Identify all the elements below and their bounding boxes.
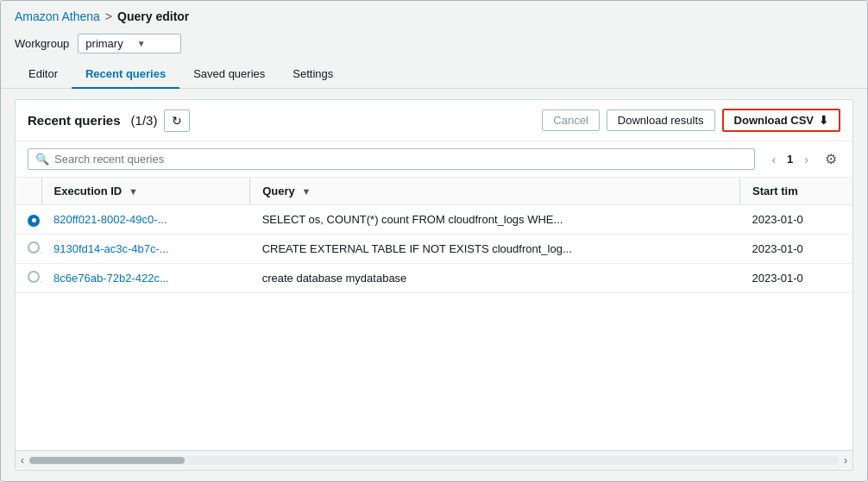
workgroup-value: primary bbox=[85, 37, 123, 50]
breadcrumb-separator: > bbox=[105, 9, 112, 23]
scroll-right-arrow[interactable]: › bbox=[839, 453, 852, 468]
search-box: 🔍 bbox=[28, 148, 755, 170]
row-2-query: create database mydatabase bbox=[250, 263, 740, 292]
table-row: 820ff021-8002-49c0-... SELECT os, COUNT(… bbox=[16, 205, 852, 235]
table-row: 8c6e76ab-72b2-422c... create database my… bbox=[16, 263, 852, 292]
row-1-radio[interactable] bbox=[16, 234, 41, 263]
row-1-query: CREATE EXTERNAL TABLE IF NOT EXISTS clou… bbox=[250, 234, 740, 263]
panel-header: Recent queries (1/3) ↻ Cancel Download r… bbox=[16, 100, 852, 141]
table-row: 9130fd14-ac3c-4b7c-... CREATE EXTERNAL T… bbox=[16, 234, 852, 263]
sort-query-icon: ▼ bbox=[301, 186, 311, 197]
row-1-execution-id[interactable]: 9130fd14-ac3c-4b7c-... bbox=[41, 234, 250, 263]
workgroup-select[interactable]: primary ▼ bbox=[78, 34, 181, 53]
pagination: ‹ 1 › bbox=[767, 151, 813, 168]
download-results-button[interactable]: Download results bbox=[607, 110, 715, 131]
download-csv-label: Download CSV bbox=[734, 114, 814, 127]
table-settings-button[interactable]: ⚙ bbox=[821, 149, 840, 169]
main-window: Amazon Athena > Query editor Workgroup p… bbox=[0, 0, 868, 482]
tabs-bar: Editor Recent queries Saved queries Sett… bbox=[1, 60, 867, 89]
next-page-button[interactable]: › bbox=[800, 151, 813, 168]
prev-page-button[interactable]: ‹ bbox=[767, 151, 780, 168]
search-input[interactable] bbox=[54, 153, 747, 166]
panel-count: (1/3) bbox=[131, 113, 158, 128]
page-number: 1 bbox=[783, 153, 796, 166]
row-0-query: SELECT os, COUNT(*) count FROM cloudfron… bbox=[250, 205, 740, 235]
query-table: Execution ID ▼ Query ▼ Start tim bbox=[16, 178, 852, 450]
tab-settings[interactable]: Settings bbox=[279, 60, 347, 89]
col-header-select bbox=[16, 178, 41, 205]
row-1-start-time: 2023-01-0 bbox=[740, 234, 852, 263]
dropdown-arrow-icon: ▼ bbox=[137, 39, 174, 48]
tab-recent-queries[interactable]: Recent queries bbox=[72, 60, 179, 89]
search-bar: 🔍 ‹ 1 › ⚙ bbox=[16, 141, 852, 178]
search-icon: 🔍 bbox=[35, 153, 49, 166]
breadcrumb: Amazon Athena > Query editor bbox=[1, 1, 867, 28]
scroll-left-arrow[interactable]: ‹ bbox=[16, 453, 29, 468]
radio-unselected-icon bbox=[28, 241, 40, 254]
refresh-button[interactable]: ↻ bbox=[164, 110, 190, 132]
row-0-start-time: 2023-01-0 bbox=[740, 205, 852, 235]
workgroup-row: Workgroup primary ▼ bbox=[1, 28, 867, 60]
radio-selected-icon bbox=[28, 215, 40, 227]
row-2-execution-id[interactable]: 8c6e76ab-72b2-422c... bbox=[41, 263, 250, 292]
breadcrumb-parent-link[interactable]: Amazon Athena bbox=[15, 9, 100, 23]
col-header-start-time: Start tim bbox=[740, 178, 852, 205]
row-2-radio[interactable] bbox=[16, 263, 41, 292]
tab-editor[interactable]: Editor bbox=[15, 60, 72, 89]
row-2-start-time: 2023-01-0 bbox=[740, 263, 852, 292]
col-header-query[interactable]: Query ▼ bbox=[250, 178, 740, 205]
row-0-execution-id[interactable]: 820ff021-8002-49c0-... bbox=[41, 205, 250, 235]
workgroup-label: Workgroup bbox=[15, 37, 69, 50]
breadcrumb-current: Query editor bbox=[117, 9, 189, 23]
tab-saved-queries[interactable]: Saved queries bbox=[179, 60, 279, 89]
row-0-radio[interactable] bbox=[16, 205, 41, 235]
download-csv-icon: ⬇ bbox=[819, 114, 828, 127]
scroll-thumb bbox=[29, 457, 185, 464]
horizontal-scrollbar[interactable]: ‹ › bbox=[16, 450, 852, 470]
scroll-track[interactable] bbox=[29, 456, 839, 465]
col-header-execution-id[interactable]: Execution ID ▼ bbox=[41, 178, 250, 205]
radio-unselected-icon bbox=[28, 271, 40, 283]
panel-title: Recent queries bbox=[28, 113, 121, 128]
download-csv-button[interactable]: Download CSV ⬇ bbox=[722, 109, 840, 132]
sort-execution-id-icon: ▼ bbox=[129, 186, 138, 197]
cancel-button[interactable]: Cancel bbox=[542, 110, 599, 131]
main-panel: Recent queries (1/3) ↻ Cancel Download r… bbox=[15, 99, 853, 471]
